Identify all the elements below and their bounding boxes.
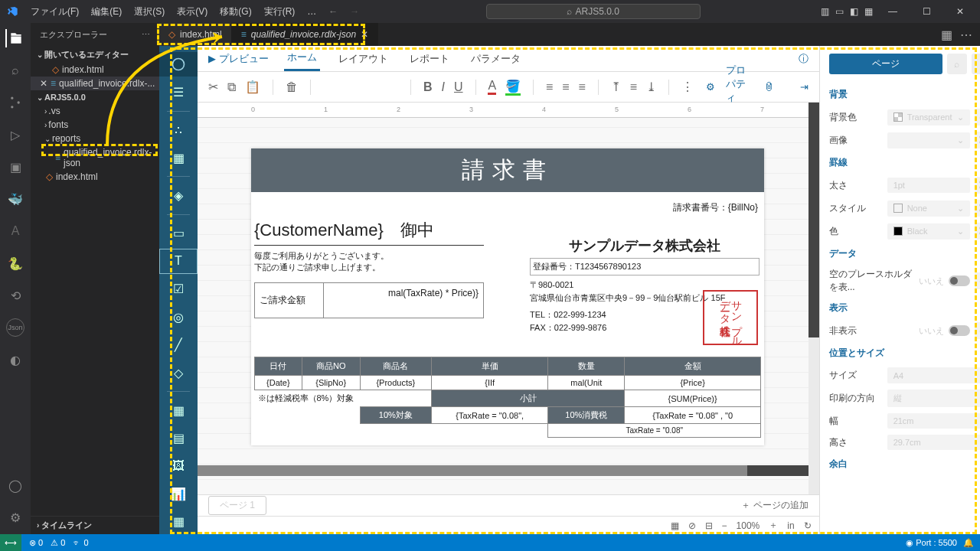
tool-panel-icon[interactable]: ▭ [159,221,198,246]
notifications-icon[interactable]: 🔔 [963,538,974,548]
add-page-button[interactable]: ＋ ページの追加 [741,499,808,512]
json-icon[interactable]: Json [6,318,24,337]
menu-more[interactable]: … [301,6,322,17]
arjs-logo-icon[interactable] [159,52,198,77]
fill-color-icon[interactable]: 🪣 [505,79,521,96]
link-icon[interactable]: ⟲ [6,286,24,305]
menu-file[interactable]: ファイル(F) [24,5,85,18]
valign-bot-icon[interactable]: ⤓ [646,80,656,94]
menu-selection[interactable]: 選択(S) [128,5,171,18]
minimize-icon[interactable]: — [879,0,906,23]
placeholder-toggle[interactable]: いいえ [919,276,970,287]
debug-icon[interactable]: ▷ [6,126,24,144]
zoom-out-icon[interactable]: − [722,520,727,531]
zoom-in-icon[interactable]: ＋ [769,519,778,532]
section-margin[interactable]: 余白⌃ [829,453,980,475]
open-editor-item[interactable]: ✕≡qualified_invoice.rdlx-... [31,77,159,90]
subtotal-row[interactable]: ※は軽減税率（8%）対象 小計 {SUM(Price)} [255,390,761,407]
italic-icon[interactable]: I [442,80,445,94]
container-icon[interactable]: ▦ [159,145,198,170]
tool-line-icon[interactable]: ╱ [159,332,198,357]
delete-icon[interactable]: 🗑 [286,80,298,94]
cut-icon[interactable]: ✂ [208,80,218,94]
section-border[interactable]: 罫線⌃ [829,152,980,174]
height-input[interactable]: 29.7cm [887,435,980,450]
hidden-toggle[interactable]: いいえ [919,325,970,337]
section-pos-size[interactable]: 位置とサイズ⌃ [829,342,980,364]
valign-top-icon[interactable]: ⤒ [611,80,621,94]
tax-row[interactable]: 10%対象 {TaxRate = "0.08", 10%消費税 {TaxRate… [255,407,761,424]
folder-item[interactable]: ›fonts [31,118,159,132]
copy-icon[interactable]: ⧉ [227,80,236,94]
panel-icon[interactable]: ▭ [835,6,844,17]
tab-home[interactable]: ホーム [284,46,320,71]
tab-param[interactable]: パラメータ [468,47,524,70]
preview-button[interactable]: ▶ プレビュー [208,52,269,66]
bold-icon[interactable]: B [423,80,433,94]
section-background[interactable]: 背景⌃ [829,83,980,106]
port-status[interactable]: ◉ Port : 5500 [906,538,957,548]
errors-count[interactable]: ⊗ 0 [29,538,43,548]
hamburger-icon[interactable]: ☰ [159,80,198,104]
invoice-title[interactable]: 請求書 [251,148,764,192]
section-data[interactable]: データ⌃ [829,243,980,265]
zoom-level[interactable]: 100% [737,520,760,531]
scrollbar-vertical[interactable] [808,103,819,494]
nav-fwd-icon[interactable]: → [344,6,365,17]
close-icon[interactable]: ✕ [946,0,974,23]
folder-item[interactable]: ›.vs [31,104,159,118]
menu-view[interactable]: 表示(V) [171,5,214,18]
underline-icon[interactable]: U [454,80,463,94]
align-left-icon[interactable]: ≡ [546,80,553,94]
bill-number[interactable]: 請求書番号：{BillNo} [254,200,761,216]
prop-menu-icon[interactable]: ⋮ [972,54,980,74]
layout-icon[interactable]: ▥ [821,6,829,17]
data-icon[interactable]: 🛢 [764,81,774,93]
azure-icon[interactable]: A [6,222,24,240]
tool-grid-icon[interactable]: ▦ [159,510,198,534]
tool-table-icon[interactable]: ▦ [159,398,198,422]
snap-icon[interactable]: ⊘ [688,520,696,531]
search-activity-icon[interactable]: ⌕ [6,61,24,80]
folder-item[interactable]: ⌄reports [31,132,159,145]
timeline-section[interactable]: › タイムライン [31,516,159,534]
remote-indicator[interactable]: ⟷ [0,534,21,551]
scm-icon[interactable] [6,93,24,112]
tool-checkbox-icon[interactable]: ☑ [159,277,198,302]
tool-image-icon[interactable]: 🖼 [159,454,198,478]
warnings-count[interactable]: ⚠ 0 [51,538,65,548]
expand-panel-icon[interactable]: ⇥ [800,81,808,93]
customize-icon[interactable]: ▦ [864,6,873,17]
props-gear-icon[interactable]: ⚙ [706,81,715,93]
ports-count[interactable]: ᯤ 0 [73,538,88,547]
more-tools-icon[interactable]: ⋮ [681,80,694,94]
tab-qualified-invoice[interactable]: ≡qualified_invoice.rdlx-json✕ [232,23,378,46]
unit-label[interactable]: in [787,520,794,531]
invoice-table[interactable]: 日付商品NO商品名単価数量金額 {Date}{SlipNo}{Products}… [254,357,761,438]
valign-mid-icon[interactable]: ≡ [630,80,637,94]
tool-select-icon[interactable]: ◎ [159,305,198,329]
scrollbar-horizontal[interactable] [198,465,808,476]
amount-box[interactable]: ご請求金額 mal(TaxRate) * Price)} [254,282,484,318]
tab-close-icon[interactable]: ✕ [361,29,368,40]
table-row[interactable]: {Date}{SlipNo}{Products}{IIfmal(Unit{Pri… [255,376,761,390]
open-editors-section[interactable]: ⌄開いているエディター [31,47,159,63]
page-selector[interactable]: ページ [829,54,942,74]
search-prop-icon[interactable]: ⌕ [947,54,967,74]
border-color-input[interactable]: Black⌄ [887,223,970,240]
company-stamp[interactable]: サンプルデータ株式会社 [703,290,758,345]
text-color-icon[interactable]: A [488,79,496,95]
extensions-icon[interactable]: ▣ [6,158,24,176]
tool-shape-icon[interactable]: ◇ [159,360,198,385]
menu-run[interactable]: 実行(R) [258,5,302,18]
orientation-input[interactable]: 縦⌄ [887,390,980,407]
border-width-input[interactable]: 1pt [887,178,970,193]
tool-list-icon[interactable]: ▤ [159,426,198,451]
customer-name[interactable]: {CustomerName} 御中 [254,216,484,246]
menu-edit[interactable]: 編集(E) [85,5,128,18]
tab-layout[interactable]: レイアウト [335,47,391,70]
align-center-icon[interactable]: ≡ [562,80,569,94]
file-qualified-invoice[interactable]: ≡qualified_invoice.rdlx-json [31,145,159,170]
tab-index-html[interactable]: ◇index.html [159,23,232,46]
docker-icon[interactable]: 🐳 [6,190,24,208]
